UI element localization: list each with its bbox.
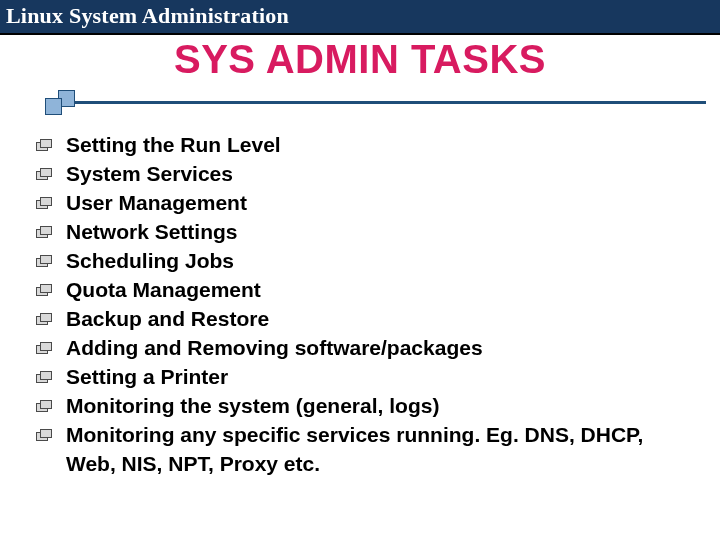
list-item-label: Monitoring any specific services running… — [66, 423, 643, 475]
bullet-icon — [36, 429, 50, 439]
header-bar: Linux System Administration — [0, 0, 720, 35]
page-title: SYS ADMIN TASKS — [0, 37, 720, 82]
title-rule-square-icon — [45, 98, 62, 115]
list-item-label: Setting the Run Level — [66, 133, 281, 156]
list-item: Backup and Restore — [36, 304, 690, 333]
bullet-icon — [36, 255, 50, 265]
bullet-icon — [36, 168, 50, 178]
list-item: Monitoring the system (general, logs) — [36, 391, 690, 420]
list-item-label: Monitoring the system (general, logs) — [66, 394, 439, 417]
list-item: Scheduling Jobs — [36, 246, 690, 275]
list-item-label: Adding and Removing software/packages — [66, 336, 483, 359]
list-item: Adding and Removing software/packages — [36, 333, 690, 362]
header-title: Linux System Administration — [6, 3, 714, 29]
list-item-label: Scheduling Jobs — [66, 249, 234, 272]
list-item: Monitoring any specific services running… — [36, 420, 690, 478]
task-list: Setting the Run LevelSystem ServicesUser… — [36, 130, 690, 478]
list-item-label: Network Settings — [66, 220, 238, 243]
list-item: Quota Management — [36, 275, 690, 304]
bullet-icon — [36, 342, 50, 352]
content-area: Setting the Run LevelSystem ServicesUser… — [0, 130, 720, 478]
list-item-label: Setting a Printer — [66, 365, 228, 388]
bullet-icon — [36, 139, 50, 149]
title-rule-line — [48, 101, 706, 104]
list-item: User Management — [36, 188, 690, 217]
bullet-icon — [36, 284, 50, 294]
bullet-icon — [36, 226, 50, 236]
title-rule-decoration — [0, 92, 720, 108]
list-item-label: Backup and Restore — [66, 307, 269, 330]
bullet-icon — [36, 313, 50, 323]
bullet-icon — [36, 197, 50, 207]
list-item-label: System Services — [66, 162, 233, 185]
list-item-label: User Management — [66, 191, 247, 214]
list-item: Setting a Printer — [36, 362, 690, 391]
list-item: System Services — [36, 159, 690, 188]
bullet-icon — [36, 400, 50, 410]
list-item: Network Settings — [36, 217, 690, 246]
bullet-icon — [36, 371, 50, 381]
list-item: Setting the Run Level — [36, 130, 690, 159]
list-item-label: Quota Management — [66, 278, 261, 301]
